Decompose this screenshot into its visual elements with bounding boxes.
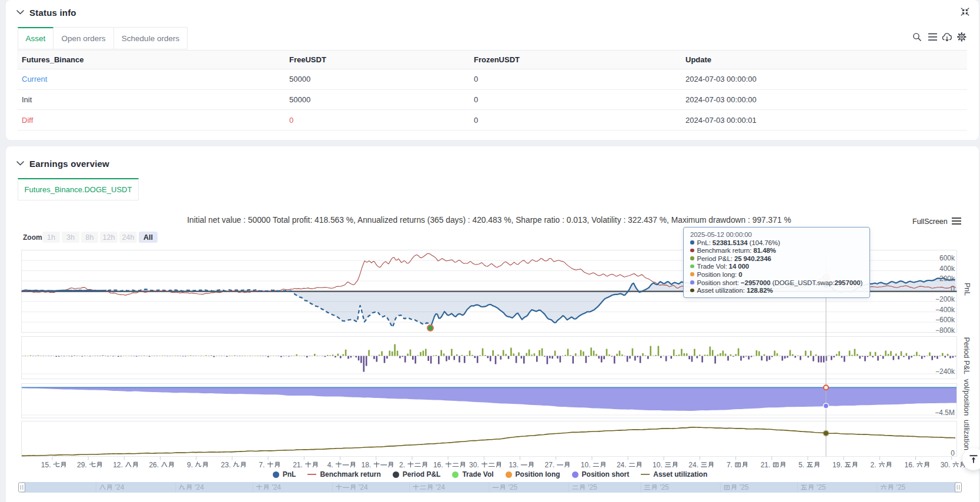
svg-text:Period P&L: Period P&L xyxy=(962,337,971,374)
svg-text:2.: 2. xyxy=(871,461,877,469)
svg-text:'25: '25 xyxy=(509,483,518,491)
svg-text:16.: 16. xyxy=(905,461,915,469)
svg-text:30.: 30. xyxy=(469,461,479,469)
svg-text:'25: '25 xyxy=(740,483,749,491)
svg-text:19.: 19. xyxy=(832,461,842,469)
svg-text:400k: 400k xyxy=(939,265,955,273)
svg-text:−800k: −800k xyxy=(935,326,955,334)
svg-text:16.: 16. xyxy=(433,461,443,469)
svg-text:26.: 26. xyxy=(149,461,159,469)
svg-text:−400k: −400k xyxy=(935,306,955,314)
svg-text:600k: 600k xyxy=(939,254,955,262)
svg-text:'25: '25 xyxy=(660,483,669,491)
svg-text:4.: 4. xyxy=(327,461,333,469)
svg-text:'25: '25 xyxy=(817,483,826,491)
svg-text:29.: 29. xyxy=(77,461,87,469)
svg-text:27.: 27. xyxy=(545,461,555,469)
svg-text:30.: 30. xyxy=(941,461,951,469)
svg-text:21.: 21. xyxy=(293,461,303,469)
svg-text:18.: 18. xyxy=(362,461,372,469)
svg-text:13.: 13. xyxy=(509,461,519,469)
svg-text:10.: 10. xyxy=(581,461,591,469)
svg-text:12.: 12. xyxy=(113,461,123,469)
svg-text:vol/position: vol/position xyxy=(962,379,971,416)
svg-text:10.: 10. xyxy=(653,461,663,469)
svg-text:15.: 15. xyxy=(41,461,51,469)
svg-text:24.: 24. xyxy=(688,461,698,469)
svg-text:'24: '24 xyxy=(195,483,204,491)
svg-text:'24: '24 xyxy=(272,483,281,491)
svg-text:7.: 7. xyxy=(727,461,733,469)
svg-text:−240k: −240k xyxy=(935,367,955,376)
svg-text:24.: 24. xyxy=(617,461,627,469)
svg-text:'25: '25 xyxy=(897,483,906,491)
svg-text:−200k: −200k xyxy=(935,295,955,303)
svg-text:23.: 23. xyxy=(221,461,231,469)
svg-text:0: 0 xyxy=(951,449,955,457)
svg-text:'24: '24 xyxy=(115,483,125,491)
svg-text:2.: 2. xyxy=(399,461,405,469)
svg-text:'24: '24 xyxy=(436,483,445,491)
svg-text:PnL: PnL xyxy=(963,283,971,296)
svg-text:−4.5M: −4.5M xyxy=(935,409,955,417)
svg-text:'24: '24 xyxy=(359,483,368,491)
svg-text:0: 0 xyxy=(951,285,955,293)
svg-text:9.: 9. xyxy=(187,461,193,469)
svg-text:21.: 21. xyxy=(761,461,771,469)
svg-text:7.: 7. xyxy=(259,461,265,469)
svg-text:'25: '25 xyxy=(588,483,597,491)
svg-text:200k: 200k xyxy=(939,275,955,283)
svg-text:5.: 5. xyxy=(798,461,804,469)
svg-text:−600k: −600k xyxy=(935,316,955,324)
svg-text:utilization: utilization xyxy=(962,420,971,450)
